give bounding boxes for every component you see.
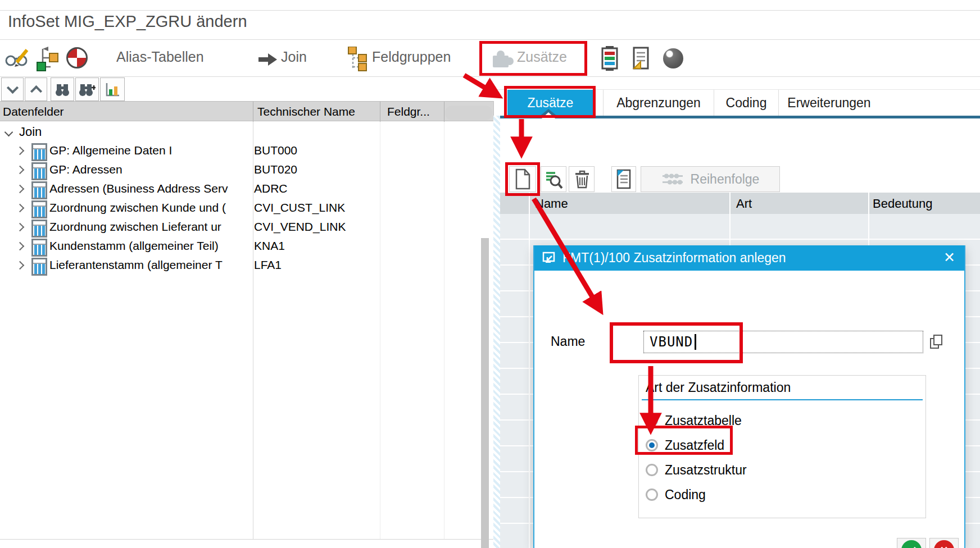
radio-option-zusatzstruktur[interactable]: Zusatzstruktur — [646, 458, 747, 482]
display-change-icon[interactable] — [4, 48, 29, 72]
expand-chevron-icon[interactable] — [16, 204, 25, 213]
name-input[interactable]: VBUND — [643, 331, 923, 353]
create-addition-button[interactable] — [509, 166, 536, 192]
splitter-handle[interactable] — [445, 106, 492, 120]
reihenfolge-button[interactable]: Reihenfolge — [641, 166, 780, 192]
tree-node-label[interactable]: Join — [19, 125, 42, 139]
tree-row[interactable]: Kundenstamm (allgemeiner Teil) KNA1 — [0, 237, 481, 256]
splitter-hatch-strip — [493, 116, 500, 548]
column-header-bedeutung[interactable]: Bedeutung — [873, 197, 932, 211]
tree-item-technical-name: ADRC — [254, 182, 288, 195]
radio-option-label[interactable]: Zusatzfeld — [665, 438, 724, 453]
tree-item-label[interactable]: GP: Allgemeine Daten I — [49, 144, 252, 157]
column-header-art[interactable]: Art — [736, 197, 752, 211]
document-fold-icon[interactable] — [632, 46, 651, 73]
feldgruppen-button[interactable]: Feldgruppen — [372, 49, 451, 65]
radio-button-icon[interactable] — [646, 414, 658, 427]
expand-chevron-icon[interactable] — [16, 185, 25, 194]
expand-chevron-icon[interactable] — [16, 147, 25, 156]
display-addition-button[interactable] — [541, 166, 566, 192]
alias-tabellen-button[interactable]: Alias-Tabellen — [116, 49, 204, 65]
table-icon — [31, 200, 47, 218]
column-header-datenfelder[interactable]: Datenfelder — [3, 105, 64, 118]
datafields-tree: Join GP: Allgemeine Daten I BUT000 GP: A… — [0, 122, 493, 540]
grid-column-separator — [529, 193, 530, 548]
log-button[interactable] — [611, 166, 636, 192]
delete-addition-button[interactable] — [569, 166, 595, 192]
copy-icon[interactable] — [929, 334, 944, 350]
column-header-feldgruppe[interactable]: Feldgr... — [387, 105, 430, 118]
expand-chevron-icon[interactable] — [16, 261, 25, 270]
tree-row[interactable]: Zuordnung zwischen Kunde und ( CVI_CUST_… — [0, 199, 481, 218]
binoculars-icon — [54, 81, 71, 97]
dialog-titlebar[interactable]: FMT(1)/100 Zusatzinformation anlegen ✕ — [534, 245, 964, 271]
radio-option-label[interactable]: Zusatztabelle — [665, 413, 742, 428]
tree-item-technical-name: BUT000 — [254, 144, 297, 157]
tree-item-label[interactable]: Kundenstamm (allgemeiner Teil) — [49, 239, 252, 253]
bar-chart-icon — [104, 81, 121, 97]
find-next-button[interactable] — [75, 77, 99, 101]
collapse-all-button[interactable] — [1, 77, 24, 101]
tree-row[interactable]: GP: Allgemeine Daten I BUT000 — [0, 141, 481, 161]
radio-button-icon[interactable] — [646, 464, 658, 476]
chevron-up-icon — [30, 85, 42, 97]
puzzle-icon — [491, 49, 514, 71]
fieldgroups-tree-icon[interactable] — [346, 47, 369, 74]
structure-flag-icon[interactable] — [35, 45, 60, 75]
column-header-technischer-name[interactable]: Technischer Name — [257, 105, 355, 118]
tab-abgrenzungen[interactable]: Abgrenzungen — [603, 90, 714, 116]
table-icon — [31, 162, 47, 180]
radio-button-icon[interactable] — [646, 439, 658, 451]
chevron-down-icon[interactable] — [4, 128, 13, 137]
tree-item-label[interactable]: Adressen (Business Address Serv — [49, 182, 252, 195]
expand-chevron-icon[interactable] — [16, 166, 25, 175]
tree-item-label[interactable]: Zuordnung zwischen Kunde und ( — [49, 201, 252, 214]
zusaetze-toolbar-button[interactable]: Zusätze — [517, 49, 567, 65]
tab-erweiterungen[interactable]: Erweiterungen — [778, 90, 879, 116]
confirm-button[interactable] — [897, 538, 926, 548]
striped-report-icon[interactable] — [600, 46, 619, 73]
expand-chevron-icon[interactable] — [16, 242, 25, 251]
harvey-ball-icon[interactable] — [66, 47, 88, 68]
trash-icon — [573, 169, 590, 189]
join-arrow-icon[interactable] — [257, 53, 279, 68]
table-icon — [31, 181, 47, 199]
find-button[interactable] — [51, 77, 74, 101]
radio-button-icon[interactable] — [646, 488, 658, 501]
tree-item-label[interactable]: Zuordnung zwischen Lieferant ur — [49, 220, 252, 234]
radio-option-label[interactable]: Zusatzstruktur — [665, 463, 747, 478]
radio-option-zusatztabelle[interactable]: Zusatztabelle — [646, 408, 742, 433]
page-title: InfoSet MIG_EXP_ZGRU ändern — [8, 12, 247, 31]
tree-node-join[interactable]: Join — [0, 125, 169, 141]
expand-chevron-icon[interactable] — [16, 223, 25, 232]
arrow-toolbar-to-tab — [464, 75, 498, 95]
column-header-name[interactable]: Name — [535, 197, 568, 211]
tree-item-technical-name: LFA1 — [254, 258, 282, 272]
close-icon[interactable]: ✕ — [943, 249, 955, 266]
chart-view-button[interactable] — [100, 77, 125, 101]
tree-row[interactable]: Adressen (Business Address Serv ADRC — [0, 180, 481, 199]
expand-all-button[interactable] — [25, 77, 47, 101]
tree-item-label[interactable]: GP: Adressen — [49, 163, 252, 176]
addition-type-groupbox: Art der Zusatzinformation Zusatztabelle … — [638, 375, 926, 518]
binoculars-plus-icon — [79, 81, 96, 97]
tree-item-technical-name: BUT020 — [254, 163, 297, 176]
join-button[interactable]: Join — [281, 49, 307, 65]
tree-row[interactable]: Lieferantenstamm (allgemeiner T LFA1 — [0, 256, 481, 275]
table-row[interactable] — [500, 214, 980, 239]
radio-option-label[interactable]: Coding — [665, 487, 706, 503]
tree-column-header: Datenfelder Technischer Name Feldgr... — [0, 101, 493, 121]
radio-option-coding[interactable]: Coding — [646, 482, 706, 507]
tree-row[interactable]: Zuordnung zwischen Lieferant ur CVI_VEND… — [0, 218, 481, 237]
groupbox-underline — [642, 399, 923, 400]
tree-item-label[interactable]: Lieferantenstamm (allgemeiner T — [49, 258, 252, 272]
tree-scrollbar-thumb[interactable] — [481, 238, 489, 548]
active-tab-notch — [542, 112, 555, 118]
cancel-button[interactable] — [929, 538, 959, 548]
chevron-down-icon — [6, 82, 18, 94]
tree-row[interactable]: GP: Adressen BUT020 — [0, 161, 481, 180]
reihenfolge-label: Reihenfolge — [691, 172, 760, 187]
radio-option-zusatzfeld[interactable]: Zusatzfeld — [646, 433, 724, 458]
tab-coding[interactable]: Coding — [714, 90, 778, 116]
sphere-icon[interactable] — [663, 48, 683, 68]
